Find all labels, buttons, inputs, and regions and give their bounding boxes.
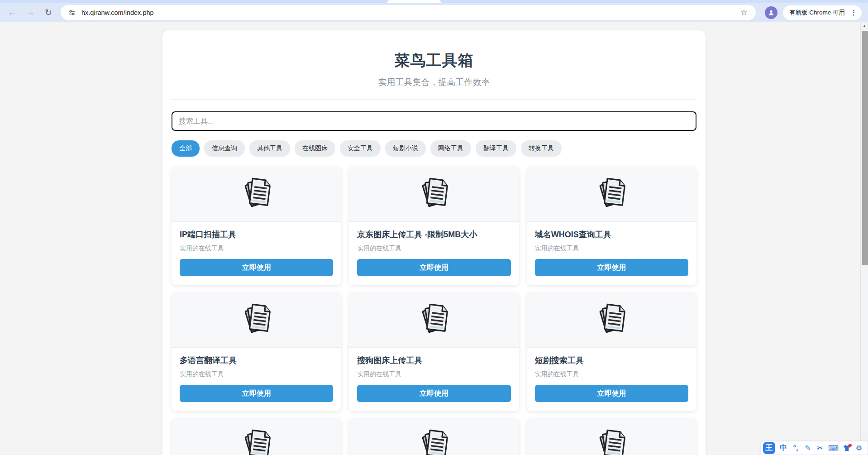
reload-button[interactable]: ↻ bbox=[41, 5, 56, 20]
use-now-button[interactable]: 立即使用 bbox=[180, 385, 333, 402]
documents-stack-icon bbox=[238, 301, 276, 339]
card-title: IP端口扫描工具 bbox=[180, 229, 333, 240]
forward-button[interactable]: → bbox=[23, 5, 38, 20]
card-title: 短剧搜索工具 bbox=[535, 355, 688, 366]
tool-card-partial bbox=[349, 418, 519, 455]
scrollbar-thumb[interactable] bbox=[862, 31, 868, 265]
filter-chip[interactable]: 安全工具 bbox=[340, 140, 381, 157]
card-icon-area bbox=[172, 167, 341, 222]
tool-card-partial bbox=[527, 418, 696, 455]
ime-handwriting-pencil-icon[interactable]: ✎ bbox=[804, 444, 812, 452]
tool-card: 京东图床上传工具 -限制5MB大小 实用的在线工具 立即使用 bbox=[349, 167, 519, 285]
filter-chip-row: 全部信息查询其他工具在线图床安全工具短剧小说网络工具翻译工具转换工具 bbox=[172, 140, 696, 157]
ime-toolbar: 王 中 °, ✎ ✂ ⌨ ⚙ bbox=[761, 441, 868, 455]
card-description: 实用的在线工具 bbox=[535, 370, 688, 378]
browser-toolbar: ← → ↻ hx.qiranw.com/index.php ☆ 有新版 Chro… bbox=[0, 3, 868, 22]
card-icon-area bbox=[527, 292, 696, 348]
card-icon-area bbox=[527, 167, 696, 222]
ime-keyboard-icon[interactable]: ⌨ bbox=[828, 444, 839, 452]
tab-strip bbox=[0, 0, 868, 3]
filter-chip[interactable]: 翻译工具 bbox=[476, 140, 516, 157]
card-description: 实用的在线工具 bbox=[535, 244, 688, 253]
documents-stack-icon bbox=[592, 427, 630, 455]
filter-chip[interactable]: 其他工具 bbox=[249, 140, 290, 157]
page-subtitle: 实用工具集合，提高工作效率 bbox=[172, 77, 696, 88]
filter-chip[interactable]: 在线图床 bbox=[295, 140, 335, 157]
tool-card: 搜狗图床上传工具 实用的在线工具 立即使用 bbox=[349, 292, 519, 411]
tool-card: 短剧搜索工具 实用的在线工具 立即使用 bbox=[527, 292, 696, 411]
card-icon-area bbox=[527, 418, 696, 455]
ime-skin-shirt-icon[interactable] bbox=[843, 445, 851, 451]
card-icon-area bbox=[349, 292, 519, 348]
use-now-button[interactable]: 立即使用 bbox=[357, 259, 510, 276]
tune-icon bbox=[68, 9, 76, 16]
card-body: IP端口扫描工具 实用的在线工具 立即使用 bbox=[172, 222, 341, 285]
documents-stack-icon bbox=[415, 301, 453, 339]
card-title: 搜狗图床上传工具 bbox=[357, 355, 510, 366]
header-divider bbox=[172, 99, 696, 100]
ime-chinese-mode-icon[interactable]: 中 bbox=[779, 443, 787, 453]
documents-stack-icon bbox=[592, 301, 630, 339]
documents-stack-icon bbox=[415, 427, 453, 455]
filter-chip[interactable]: 网络工具 bbox=[430, 140, 471, 157]
chrome-update-label: 有新版 Chrome 可用 bbox=[789, 9, 845, 17]
tool-card: 多语言翻译工具 实用的在线工具 立即使用 bbox=[172, 292, 341, 411]
content-panel: 菜鸟工具箱 实用工具集合，提高工作效率 全部信息查询其他工具在线图床安全工具短剧… bbox=[162, 30, 706, 455]
use-now-button[interactable]: 立即使用 bbox=[535, 385, 688, 402]
bookmark-star-icon[interactable]: ☆ bbox=[738, 6, 750, 19]
person-icon bbox=[768, 9, 775, 16]
url-text[interactable]: hx.qiranw.com/index.php bbox=[81, 9, 738, 16]
ime-scissors-icon[interactable]: ✂ bbox=[816, 444, 824, 452]
notification-dot bbox=[849, 444, 852, 447]
scrollbar-up-arrow[interactable]: ▲ bbox=[861, 22, 868, 30]
card-body: 搜狗图床上传工具 实用的在线工具 立即使用 bbox=[349, 348, 519, 411]
card-description: 实用的在线工具 bbox=[180, 244, 333, 253]
card-icon-area bbox=[349, 167, 519, 222]
ime-settings-gear-icon[interactable]: ⚙ bbox=[855, 444, 863, 452]
filter-chip[interactable]: 信息查询 bbox=[204, 140, 245, 157]
card-title: 京东图床上传工具 -限制5MB大小 bbox=[357, 229, 510, 240]
profile-avatar[interactable] bbox=[765, 6, 777, 19]
card-title: 域名WHOIS查询工具 bbox=[535, 229, 688, 240]
tool-card-grid: IP端口扫描工具 实用的在线工具 立即使用 bbox=[172, 167, 696, 455]
card-icon-area bbox=[172, 418, 341, 455]
documents-stack-icon bbox=[592, 175, 630, 213]
card-description: 实用的在线工具 bbox=[357, 370, 510, 378]
card-title: 多语言翻译工具 bbox=[180, 355, 333, 366]
back-button[interactable]: ← bbox=[5, 5, 20, 20]
documents-stack-icon bbox=[415, 175, 453, 213]
chrome-update-button[interactable]: 有新版 Chrome 可用 ⋮ bbox=[783, 5, 862, 20]
filter-chip[interactable]: 短剧小说 bbox=[385, 140, 426, 157]
card-body: 京东图床上传工具 -限制5MB大小 实用的在线工具 立即使用 bbox=[349, 222, 519, 285]
documents-stack-icon bbox=[238, 427, 276, 455]
ime-punctuation-icon[interactable]: °, bbox=[792, 444, 800, 452]
filter-chip[interactable]: 全部 bbox=[172, 140, 200, 157]
menu-kebab-icon[interactable]: ⋮ bbox=[849, 9, 859, 17]
ime-logo[interactable]: 王 bbox=[763, 442, 775, 454]
tool-card: IP端口扫描工具 实用的在线工具 立即使用 bbox=[172, 167, 341, 285]
card-body: 域名WHOIS查询工具 实用的在线工具 立即使用 bbox=[527, 222, 696, 285]
documents-stack-icon bbox=[238, 175, 276, 213]
use-now-button[interactable]: 立即使用 bbox=[180, 259, 333, 276]
use-now-button[interactable]: 立即使用 bbox=[535, 259, 688, 276]
card-body: 短剧搜索工具 实用的在线工具 立即使用 bbox=[527, 348, 696, 411]
scrollbar[interactable]: ▲ bbox=[860, 22, 868, 455]
search-input[interactable] bbox=[172, 111, 696, 131]
card-body: 多语言翻译工具 实用的在线工具 立即使用 bbox=[172, 348, 341, 411]
tool-card: 域名WHOIS查询工具 实用的在线工具 立即使用 bbox=[527, 167, 696, 285]
site-info-icon[interactable] bbox=[66, 7, 78, 19]
address-bar[interactable]: hx.qiranw.com/index.php ☆ bbox=[61, 5, 756, 20]
tool-card-partial bbox=[172, 418, 341, 455]
card-icon-area bbox=[172, 292, 341, 348]
filter-chip[interactable]: 转换工具 bbox=[521, 140, 562, 157]
card-icon-area bbox=[349, 418, 519, 455]
page-title: 菜鸟工具箱 bbox=[172, 50, 696, 71]
card-description: 实用的在线工具 bbox=[357, 244, 510, 253]
card-description: 实用的在线工具 bbox=[180, 370, 333, 378]
use-now-button[interactable]: 立即使用 bbox=[357, 385, 510, 402]
active-tab[interactable] bbox=[387, 0, 441, 3]
page-viewport: 菜鸟工具箱 实用工具集合，提高工作效率 全部信息查询其他工具在线图床安全工具短剧… bbox=[0, 22, 868, 455]
